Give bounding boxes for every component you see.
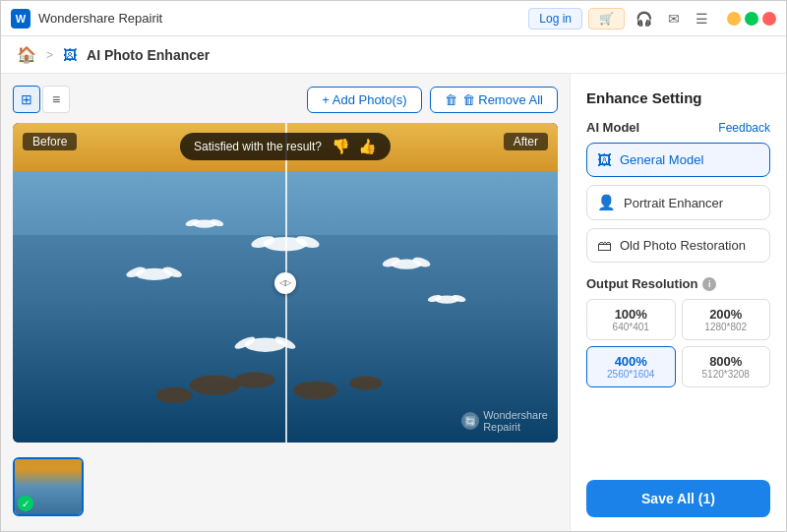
login-button[interactable]: Log in xyxy=(528,8,582,30)
page-icon: 🖼 xyxy=(63,47,77,63)
toolbar: ⊞ ≡ + Add Photo(s) 🗑 🗑 Remove All xyxy=(13,86,558,113)
headset-button[interactable]: 🎧 xyxy=(631,9,657,29)
cart-button[interactable]: 🛒 xyxy=(588,8,625,30)
svg-point-18 xyxy=(190,375,240,395)
maximize-button[interactable] xyxy=(745,12,758,26)
portrait-model-label: Portrait Enhancer xyxy=(624,196,723,210)
main-content: ⊞ ≡ + Add Photo(s) 🗑 🗑 Remove All xyxy=(1,74,786,532)
resolution-label-text: Output Resolution xyxy=(586,276,697,291)
window-controls xyxy=(727,12,776,26)
feedback-icons: 👎 👍 xyxy=(332,138,377,155)
minimize-button[interactable] xyxy=(727,12,741,26)
ai-model-section: AI Model Feedback 🖼 General Model 👤 Port… xyxy=(586,120,770,263)
list-view-button[interactable]: ≡ xyxy=(42,86,70,113)
divider-handle[interactable] xyxy=(274,272,296,294)
toolbar-buttons: + Add Photo(s) 🗑 🗑 Remove All xyxy=(307,87,558,113)
svg-point-12 xyxy=(245,338,285,352)
svg-point-15 xyxy=(435,295,459,303)
svg-point-21 xyxy=(156,387,193,403)
resolution-label-row: Output Resolution i xyxy=(586,276,770,291)
oldphoto-model-icon: 🗃 xyxy=(597,237,612,254)
add-photo-button[interactable]: + Add Photo(s) xyxy=(307,87,421,113)
title-bar: W Wondershare Repairit Log in 🛒 🎧 ✉ ☰ xyxy=(1,1,786,36)
ai-model-label: AI Model xyxy=(586,120,639,135)
trash-icon: 🗑 xyxy=(445,92,457,107)
mail-button[interactable]: ✉ xyxy=(663,9,685,29)
svg-point-19 xyxy=(235,372,275,387)
thumbnail-item[interactable]: ✓ xyxy=(13,457,84,516)
model-option-portrait[interactable]: 👤 Portrait Enhancer xyxy=(586,185,770,220)
watermark: 🔄 WondershareRepairit xyxy=(461,409,548,433)
res-dims-100: 640*401 xyxy=(593,322,669,332)
svg-point-22 xyxy=(350,377,383,390)
svg-point-17 xyxy=(452,294,466,304)
title-bar-right: Log in 🛒 🎧 ✉ ☰ xyxy=(528,8,776,30)
res-percent-400: 400% xyxy=(593,354,669,369)
before-label: Before xyxy=(23,133,77,150)
title-bar-left: W Wondershare Repairit xyxy=(11,9,162,29)
svg-point-6 xyxy=(392,259,422,268)
page-title: AI Photo Enhancer xyxy=(87,47,210,63)
svg-point-7 xyxy=(382,256,401,269)
svg-point-5 xyxy=(161,265,183,279)
watermark-text: WondershareRepairit xyxy=(483,409,548,433)
thumbnail-check: ✓ xyxy=(18,496,33,511)
oldphoto-model-label: Old Photo Restoration xyxy=(620,238,746,253)
left-panel: ⊞ ≡ + Add Photo(s) 🗑 🗑 Remove All xyxy=(1,74,570,532)
model-option-oldphoto[interactable]: 🗃 Old Photo Restoration xyxy=(586,228,770,263)
res-option-100[interactable]: 100% 640*401 xyxy=(586,299,676,340)
resolution-section: Output Resolution i 100% 640*401 200% 12… xyxy=(586,276,770,387)
svg-point-13 xyxy=(233,334,257,351)
view-toggle: ⊞ ≡ xyxy=(13,86,70,113)
svg-point-3 xyxy=(136,268,172,280)
app-logo: W xyxy=(11,9,30,29)
remove-all-button[interactable]: 🗑 🗑 Remove All xyxy=(430,87,558,113)
enhance-title: Enhance Setting xyxy=(586,89,770,106)
res-percent-200: 200% xyxy=(689,307,764,322)
res-percent-800: 800% xyxy=(689,354,764,369)
svg-point-1 xyxy=(250,234,275,250)
feedback-text: Satisfied with the result? xyxy=(194,140,322,153)
res-option-400[interactable]: 400% 2560*1604 xyxy=(586,346,676,387)
svg-point-2 xyxy=(294,234,320,250)
dark-birds-group xyxy=(156,372,383,403)
feedback-link[interactable]: Feedback xyxy=(718,121,770,135)
res-dims-800: 5120*3208 xyxy=(689,369,764,380)
res-option-800[interactable]: 800% 5120*3208 xyxy=(682,346,771,387)
svg-point-4 xyxy=(125,265,147,279)
resolution-grid: 100% 640*401 200% 1280*802 400% 2560*160… xyxy=(586,299,770,387)
nav-bar: 🏠 > 🖼 AI Photo Enhancer xyxy=(1,36,786,74)
svg-point-20 xyxy=(293,382,337,399)
thumbs-down-button[interactable]: 👎 xyxy=(332,138,350,155)
general-model-icon: 🖼 xyxy=(597,151,612,168)
portrait-model-icon: 👤 xyxy=(597,194,616,211)
right-panel: Enhance Setting AI Model Feedback 🖼 Gene… xyxy=(570,74,786,532)
remove-all-label: 🗑 Remove All xyxy=(462,92,543,107)
thumbnail-strip: ✓ xyxy=(13,452,558,521)
menu-button[interactable]: ☰ xyxy=(691,9,713,29)
svg-point-9 xyxy=(193,219,217,227)
res-percent-100: 100% xyxy=(593,307,669,322)
svg-point-10 xyxy=(185,218,200,228)
svg-point-11 xyxy=(210,218,224,228)
res-dims-400: 2560*1604 xyxy=(593,369,669,380)
save-all-button[interactable]: Save All (1) xyxy=(586,480,770,517)
svg-point-16 xyxy=(427,294,442,304)
ai-model-header: AI Model Feedback xyxy=(586,120,770,135)
res-option-200[interactable]: 200% 1280*802 xyxy=(682,299,771,340)
app-name: Wondershare Repairit xyxy=(38,11,162,26)
close-button[interactable] xyxy=(762,12,776,26)
home-icon[interactable]: 🏠 xyxy=(17,45,36,64)
image-viewer: Before After Satisfied with the result? … xyxy=(13,123,558,443)
res-dims-200: 1280*802 xyxy=(689,322,764,332)
info-icon[interactable]: i xyxy=(702,277,716,291)
after-label: After xyxy=(504,133,548,150)
watermark-icon: 🔄 xyxy=(461,412,479,430)
model-option-general[interactable]: 🖼 General Model xyxy=(586,143,770,177)
general-model-label: General Model xyxy=(620,152,703,167)
nav-separator: > xyxy=(46,48,53,62)
feedback-bar: Satisfied with the result? 👎 👍 xyxy=(180,133,391,160)
thumbs-up-button[interactable]: 👍 xyxy=(358,138,377,155)
svg-point-8 xyxy=(411,256,431,269)
grid-view-button[interactable]: ⊞ xyxy=(13,86,40,113)
